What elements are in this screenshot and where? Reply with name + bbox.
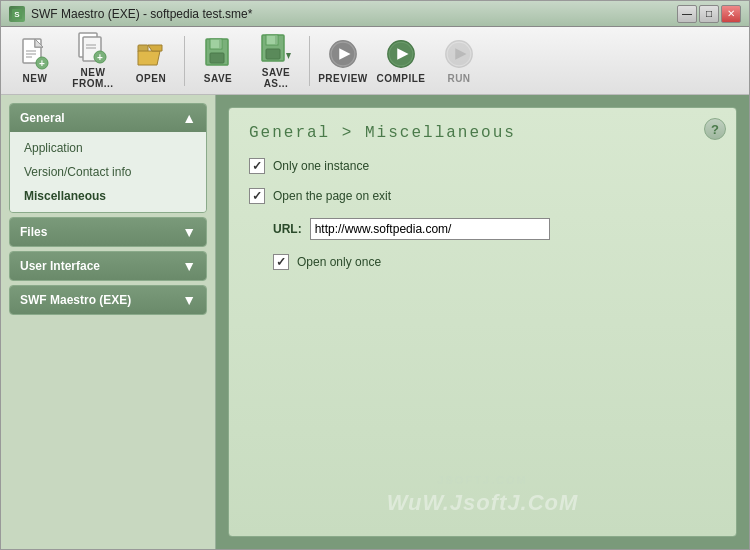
open-only-once-row: Open only once bbox=[273, 254, 716, 270]
save-icon bbox=[202, 38, 234, 70]
window-title: SWF Maestro (EXE) - softpedia test.sme* bbox=[31, 7, 252, 21]
svg-rect-19 bbox=[219, 40, 221, 48]
new-from-button[interactable]: + NEW FROM... bbox=[65, 32, 121, 90]
open-button[interactable]: OPEN bbox=[123, 32, 179, 90]
user-interface-arrow-icon: ▼ bbox=[182, 258, 196, 274]
title-bar-controls: — □ ✕ bbox=[677, 5, 741, 23]
new-doc-icon: + bbox=[19, 38, 51, 70]
close-button[interactable]: ✕ bbox=[721, 5, 741, 23]
run-icon bbox=[443, 38, 475, 70]
new-label: NEW bbox=[23, 73, 48, 84]
only-one-instance-row: Only one instance bbox=[249, 158, 716, 174]
main-area: General ▲ Application Version/Contact in… bbox=[1, 95, 749, 549]
user-interface-section-header[interactable]: User Interface ▼ bbox=[10, 252, 206, 280]
title-bar-left: S SWF Maestro (EXE) - softpedia test.sme… bbox=[9, 6, 252, 22]
svg-rect-18 bbox=[210, 53, 224, 63]
sidebar: General ▲ Application Version/Contact in… bbox=[1, 95, 216, 549]
open-only-once-label: Open only once bbox=[297, 255, 381, 269]
compile-icon bbox=[385, 38, 417, 70]
watermark-2: WuW.JsoftJ.CoM bbox=[387, 490, 579, 516]
save-label: SAVE bbox=[204, 73, 233, 84]
maximize-button[interactable]: □ bbox=[699, 5, 719, 23]
new-from-label: NEW FROM... bbox=[69, 67, 117, 89]
open-page-on-exit-label: Open the page on exit bbox=[273, 189, 391, 203]
toolbar: + NEW + NEW FROM... bbox=[1, 27, 749, 95]
files-section-label: Files bbox=[20, 225, 47, 239]
application-window: S SWF Maestro (EXE) - softpedia test.sme… bbox=[0, 0, 750, 550]
open-label: OPEN bbox=[136, 73, 166, 84]
sidebar-item-version-contact[interactable]: Version/Contact info bbox=[10, 160, 206, 184]
files-arrow-icon: ▼ bbox=[182, 224, 196, 240]
only-one-instance-label: Only one instance bbox=[273, 159, 369, 173]
watermark-1: JSOFTJ.COM bbox=[437, 474, 527, 486]
open-only-once-checkbox[interactable] bbox=[273, 254, 289, 270]
separator-1 bbox=[184, 36, 185, 86]
svg-rect-22 bbox=[266, 49, 280, 59]
open-page-on-exit-checkbox[interactable] bbox=[249, 188, 265, 204]
swf-maestro-arrow-icon: ▼ bbox=[182, 292, 196, 308]
svg-rect-23 bbox=[275, 36, 277, 44]
sidebar-item-application[interactable]: Application bbox=[10, 136, 206, 160]
save-button[interactable]: SAVE bbox=[190, 32, 246, 90]
help-button[interactable]: ? bbox=[704, 118, 726, 140]
files-section-header[interactable]: Files ▼ bbox=[10, 218, 206, 246]
run-button[interactable]: RUN bbox=[431, 32, 487, 90]
preview-icon bbox=[327, 38, 359, 70]
save-as-label: SAVE AS... bbox=[252, 67, 300, 89]
swf-maestro-section-header[interactable]: SWF Maestro (EXE) ▼ bbox=[10, 286, 206, 314]
swf-maestro-section-label: SWF Maestro (EXE) bbox=[20, 293, 131, 307]
url-label: URL: bbox=[273, 222, 302, 236]
url-input[interactable] bbox=[310, 218, 550, 240]
user-interface-section-label: User Interface bbox=[20, 259, 100, 273]
sidebar-section-general: General ▲ Application Version/Contact in… bbox=[9, 103, 207, 213]
new-from-icon: + bbox=[77, 32, 109, 64]
general-arrow-icon: ▲ bbox=[182, 110, 196, 126]
run-label: RUN bbox=[447, 73, 470, 84]
svg-text:+: + bbox=[39, 58, 45, 69]
preview-button[interactable]: PREVIEW bbox=[315, 32, 371, 90]
sidebar-section-user-interface: User Interface ▼ bbox=[9, 251, 207, 281]
general-section-items: Application Version/Contact info Miscell… bbox=[10, 132, 206, 212]
title-bar: S SWF Maestro (EXE) - softpedia test.sme… bbox=[1, 1, 749, 27]
save-as-button[interactable]: SAVE AS... bbox=[248, 32, 304, 90]
window-icon: S bbox=[9, 6, 25, 22]
compile-button[interactable]: COMPILE bbox=[373, 32, 429, 90]
sidebar-section-swf-maestro: SWF Maestro (EXE) ▼ bbox=[9, 285, 207, 315]
svg-text:+: + bbox=[97, 52, 103, 63]
compile-label: COMPILE bbox=[376, 73, 425, 84]
svg-marker-24 bbox=[286, 53, 291, 59]
content-area: General > Miscellaneous ? Only one insta… bbox=[216, 95, 749, 549]
open-page-on-exit-row: Open the page on exit bbox=[249, 188, 716, 204]
url-row: URL: bbox=[273, 218, 716, 240]
save-as-icon bbox=[260, 32, 292, 64]
general-section-header[interactable]: General ▲ bbox=[10, 104, 206, 132]
svg-text:S: S bbox=[14, 10, 20, 19]
sidebar-item-miscellaneous[interactable]: Miscellaneous bbox=[10, 184, 206, 208]
separator-2 bbox=[309, 36, 310, 86]
panel-breadcrumb: General > Miscellaneous bbox=[249, 124, 716, 142]
content-panel: General > Miscellaneous ? Only one insta… bbox=[228, 107, 737, 537]
open-icon bbox=[135, 38, 167, 70]
preview-label: PREVIEW bbox=[318, 73, 368, 84]
only-one-instance-checkbox[interactable] bbox=[249, 158, 265, 174]
general-section-label: General bbox=[20, 111, 65, 125]
new-button[interactable]: + NEW bbox=[7, 32, 63, 90]
minimize-button[interactable]: — bbox=[677, 5, 697, 23]
sidebar-section-files: Files ▼ bbox=[9, 217, 207, 247]
